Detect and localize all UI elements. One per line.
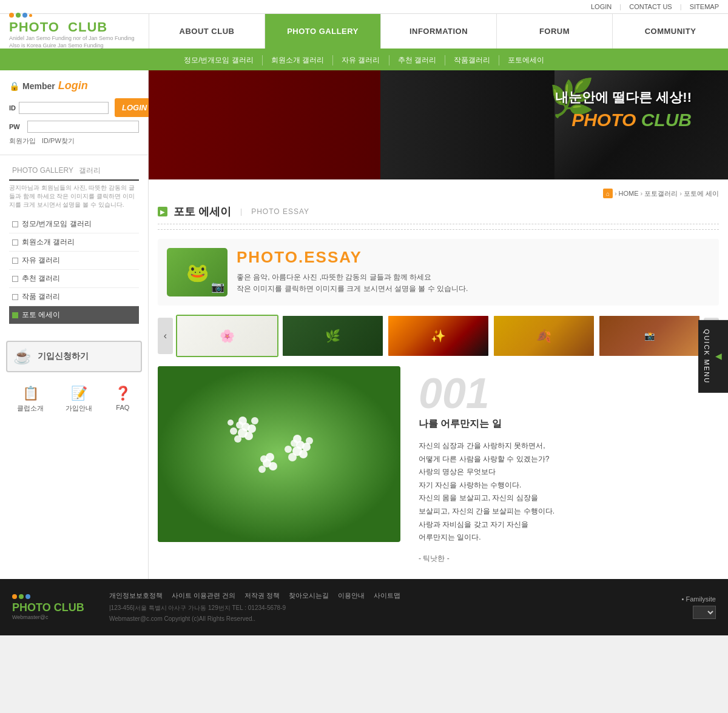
nav-photo-gallery[interactable]: PHOTO GALLERY <box>265 14 380 49</box>
text-block: 001 나를 어루만지는 일 자신의 심장과 간을 사랑하지 못하면서, 어떻게… <box>413 366 719 570</box>
thumb-prev-button[interactable]: ‹ <box>158 318 173 354</box>
join-icon: 📝 <box>71 386 87 401</box>
thumb-item-1[interactable]: 🌿 <box>281 315 384 357</box>
nav-about-club[interactable]: ABOUT CLUB <box>149 14 265 49</box>
contact-link[interactable]: CONTACT US <box>629 3 672 10</box>
id-input[interactable] <box>19 102 109 114</box>
svg-point-8 <box>238 417 247 425</box>
family-label: • Familysite <box>682 595 716 603</box>
sidebar: 🔒 Member Login ID LOGIN PW 회원가입 ID/PW찾기 … <box>0 70 149 579</box>
svg-point-13 <box>288 453 297 461</box>
nav-information[interactable]: INFORMATION <box>380 14 496 49</box>
hero-banner: 🌿 내눈안에 떨다른 세상!! PHOTO CLUB <box>149 70 728 179</box>
footer-link-5[interactable]: 사이트맵 <box>374 591 400 600</box>
footer-links-row: 개인정보보호정책 사이트 이용관련 건의 저작권 정책 찾아오시는길 이용안내 … <box>109 591 670 600</box>
quick-menu-arrow: ◀ <box>713 351 723 362</box>
pw-input[interactable] <box>27 121 139 133</box>
register-link[interactable]: 회원가입 <box>9 136 36 146</box>
page-title-english: PHOTO ESSAY <box>251 207 309 216</box>
find-id-link[interactable]: ID/PW찾기 <box>42 136 75 146</box>
family-select[interactable] <box>693 606 716 619</box>
thumb-item-3[interactable]: 🍂 <box>493 315 595 357</box>
id-label: ID <box>9 104 16 112</box>
essay-title-block: PHOTO.ESSAY 좋은 음악, 아름다운 사진 ,따뜻한 감동의 글들과 … <box>237 248 710 295</box>
logo-dot-3 <box>22 13 27 18</box>
main-content-block: 001 나를 어루만지는 일 자신의 심장과 간을 사랑하지 못하면서, 어떻게… <box>158 366 719 570</box>
essay-header: 🐸 📷 PHOTO.ESSAY 좋은 음악, 아름다운 사진 ,따뜻한 감동의 … <box>158 239 719 306</box>
flower-svg <box>158 366 400 542</box>
subnav-item-2[interactable]: 자유 갤러리 <box>333 55 389 65</box>
quick-menu[interactable]: ◀ QUICK MENU <box>698 320 728 393</box>
sidebar-menu-item-3[interactable]: 추천 갤러리 <box>9 270 139 288</box>
article-body: 자신의 심장과 간을 사랑하지 못하면서, 어떻게 다른 사람을 사랑할 수 있… <box>419 440 713 544</box>
footer-links: 개인정보보호정책 사이트 이용관련 건의 저작권 정책 찾아오시는길 이용안내 … <box>109 591 670 623</box>
subnav-item-0[interactable]: 정모/번개모임 갤러리 <box>175 55 263 65</box>
svg-point-22 <box>258 466 266 473</box>
nav-forum[interactable]: FORUM <box>496 14 612 49</box>
breadcrumb-essay[interactable]: 포토에 세이 <box>684 189 719 198</box>
page-title-korean: 포토 에세이 <box>174 204 231 219</box>
svg-point-10 <box>228 420 234 426</box>
sidebar-menu-item-2[interactable]: 자유 갤러리 <box>9 252 139 270</box>
sidebar-icon-join[interactable]: 📝 가입안내 <box>66 386 92 413</box>
svg-rect-0 <box>158 366 400 542</box>
content-area: ⌂ › HOME › 포토갤러리 › 포토에 세이 ▶ 포토 에세이 | PHO… <box>149 179 728 579</box>
svg-point-6 <box>248 424 256 433</box>
breadcrumb: ⌂ › HOME › 포토갤러리 › 포토에 세이 <box>158 189 719 198</box>
nav-community[interactable]: COMMUNITY <box>612 14 728 49</box>
lock-icon: 🔒 <box>9 81 19 91</box>
main-nav: ABOUT CLUB PHOTO GALLERY INFORMATION FOR… <box>149 14 728 49</box>
subnav-item-4[interactable]: 작품갤러리 <box>445 55 499 65</box>
menu-bullet-5 <box>12 312 18 318</box>
logo-dot-4 <box>29 14 32 17</box>
thumb-item-0[interactable]: 🌸 <box>176 315 278 357</box>
hero-photo-club: PHOTO CLUB <box>555 110 692 130</box>
sidebar-menu-item-4[interactable]: 작품 갤러리 <box>9 288 139 306</box>
sitemap-link[interactable]: SITEMAP <box>690 3 719 10</box>
sidebar-icon-faq[interactable]: ❓ FAQ <box>115 386 131 413</box>
logo-dot-2 <box>16 13 21 18</box>
logo-title[interactable]: PHOTO CLUB <box>9 19 140 35</box>
footer-link-2[interactable]: 저작권 정책 <box>244 591 280 600</box>
svg-point-17 <box>285 446 292 453</box>
subnav-item-1[interactable]: 회원소개 갤러리 <box>263 55 333 65</box>
sidebar-menu-item-0[interactable]: 정모/번개모임 갤러리 <box>9 215 139 233</box>
sidebar-icon-club[interactable]: 📋 클럽소개 <box>17 386 44 413</box>
svg-point-7 <box>230 427 237 435</box>
footer-logo-sub: Webmaster@c <box>12 614 97 620</box>
svg-point-24 <box>260 455 268 463</box>
login-title: 🔒 Member Login <box>9 79 139 92</box>
svg-point-2 <box>244 432 253 440</box>
footer-logo: PHOTO CLUB Webmaster@c <box>12 594 97 620</box>
svg-point-21 <box>269 462 277 470</box>
hero-korean-text: 내눈안에 떨다른 세상!! <box>555 89 692 107</box>
footer-copyright: Webmaster@c.com Copyright (c)All Rights … <box>109 614 670 623</box>
svg-point-18 <box>293 435 302 443</box>
login-link[interactable]: LOGIN <box>591 3 612 10</box>
article-author: - 틱낫한 - <box>419 554 713 564</box>
logo-subtitle: Anidel Jan Semo Funding nor of Jan Semo … <box>9 35 140 49</box>
essay-title-text: PHOTO.ESSAY <box>237 248 710 267</box>
footer-link-3[interactable]: 찾아오시는길 <box>289 591 329 600</box>
footer-link-0[interactable]: 개인정보보호정책 <box>109 591 163 600</box>
footer-link-4[interactable]: 이용안내 <box>338 591 365 600</box>
signup-icon: ☕ <box>13 348 32 365</box>
thumb-item-2[interactable]: ✨ <box>387 315 490 357</box>
essay-image: 🐸 📷 <box>167 248 228 296</box>
thumb-item-4[interactable]: 📸 <box>598 315 701 357</box>
breadcrumb-home-label[interactable]: HOME <box>619 190 639 197</box>
sidebar-menu-item-1[interactable]: 회원소개 갤러리 <box>9 233 139 252</box>
breadcrumb-gallery[interactable]: 포토갤러리 <box>644 189 678 198</box>
thumbnail-row: 🌸 🌿 ✨ 🍂 📸 <box>176 315 701 357</box>
faq-icon: ❓ <box>115 386 131 401</box>
subnav-item-5[interactable]: 포토에세이 <box>499 55 553 65</box>
sidebar-menu-item-5[interactable]: 포토 에세이 <box>9 306 139 324</box>
id-field: ID LOGIN <box>9 98 139 117</box>
subnav-item-3[interactable]: 추천 갤러리 <box>389 55 445 65</box>
menu-bullet-1 <box>12 239 18 246</box>
footer-link-1[interactable]: 사이트 이용관련 건의 <box>172 591 235 600</box>
signup-button[interactable]: ☕ 기입신청하기 <box>6 341 142 372</box>
footer-address: |123-456|서울 특별시 아사구 가나동 129번지 TEL : 0123… <box>109 603 670 612</box>
logo-area: PHOTO CLUB Anidel Jan Semo Funding nor o… <box>0 7 149 55</box>
home-icon[interactable]: ⌂ <box>603 189 613 198</box>
